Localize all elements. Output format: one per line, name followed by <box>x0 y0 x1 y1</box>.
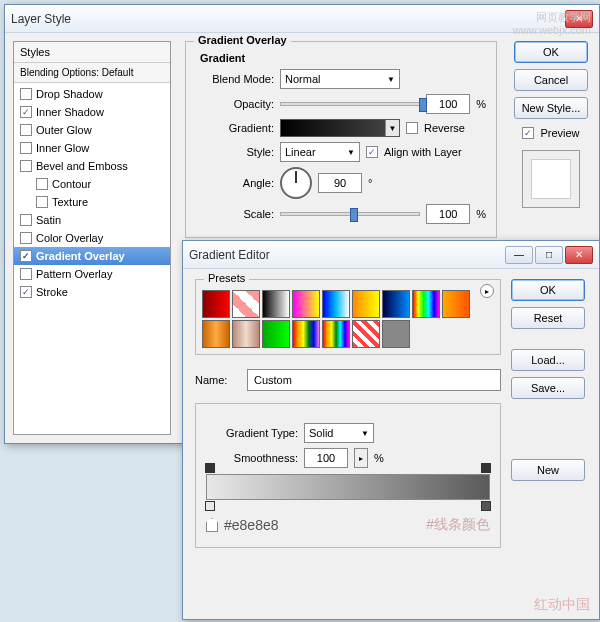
style-checkbox[interactable] <box>20 142 32 154</box>
reset-button[interactable]: Reset <box>511 307 585 329</box>
preset-swatch[interactable] <box>232 290 260 318</box>
align-label: Align with Layer <box>384 146 462 158</box>
minimize-button[interactable]: — <box>505 246 533 264</box>
new-style-button[interactable]: New Style... <box>514 97 588 119</box>
style-item[interactable]: Drop Shadow <box>14 85 170 103</box>
smoothness-value[interactable]: 100 <box>304 448 348 468</box>
style-checkbox[interactable] <box>20 268 32 280</box>
style-item[interactable]: Pattern Overlay <box>14 265 170 283</box>
ok-button[interactable]: OK <box>514 41 588 63</box>
preset-swatch[interactable] <box>202 320 230 348</box>
style-checkbox[interactable] <box>20 232 32 244</box>
hex-left: #e8e8e8 <box>224 517 279 533</box>
chevron-down-icon: ▼ <box>361 429 369 438</box>
style-item[interactable]: Satin <box>14 211 170 229</box>
reverse-checkbox[interactable] <box>406 122 418 134</box>
preset-swatch[interactable] <box>442 290 470 318</box>
gradient-bar[interactable] <box>206 474 490 500</box>
gradient-swatch[interactable]: ▼ <box>280 119 400 137</box>
style-item[interactable]: Gradient Overlay <box>14 247 170 265</box>
style-checkbox[interactable] <box>36 178 48 190</box>
style-item[interactable]: Stroke <box>14 283 170 301</box>
watermark: 网页教学网www.webjx.com <box>513 11 591 37</box>
style-item[interactable]: Bevel and Emboss <box>14 157 170 175</box>
style-checkbox[interactable] <box>20 214 32 226</box>
preset-swatch[interactable] <box>412 290 440 318</box>
style-checkbox[interactable] <box>20 160 32 172</box>
style-label: Inner Glow <box>36 142 89 154</box>
section-title: Gradient Overlay <box>194 34 291 46</box>
gradient-editor-titlebar[interactable]: Gradient Editor — □ ✕ <box>183 241 599 269</box>
style-item[interactable]: Outer Glow <box>14 121 170 139</box>
opacity-stop-left[interactable] <box>205 463 215 473</box>
section-subtitle: Gradient <box>200 52 486 64</box>
opacity-value[interactable]: 100 <box>426 94 470 114</box>
home-stop-icon[interactable] <box>206 518 218 532</box>
gradient-editor-title: Gradient Editor <box>189 248 270 262</box>
styles-header[interactable]: Styles <box>14 42 170 63</box>
presets-menu-icon[interactable]: ▸ <box>480 284 494 298</box>
angle-label: Angle: <box>196 177 274 189</box>
style-checkbox[interactable] <box>20 250 32 262</box>
cancel-button[interactable]: Cancel <box>514 69 588 91</box>
presets-label: Presets <box>204 272 249 284</box>
style-label: Contour <box>52 178 91 190</box>
align-checkbox[interactable] <box>366 146 378 158</box>
preset-swatch[interactable] <box>232 320 260 348</box>
preset-swatch[interactable] <box>352 320 380 348</box>
load-button[interactable]: Load... <box>511 349 585 371</box>
name-input[interactable]: Custom <box>247 369 501 391</box>
opacity-label: Opacity: <box>196 98 274 110</box>
style-checkbox[interactable] <box>36 196 48 208</box>
angle-value[interactable]: 90 <box>318 173 362 193</box>
style-item[interactable]: Inner Shadow <box>14 103 170 121</box>
scale-label: Scale: <box>196 208 274 220</box>
smoothness-stepper[interactable]: ▸ <box>354 448 368 468</box>
style-item[interactable]: Texture <box>14 193 170 211</box>
style-dropdown[interactable]: Linear▼ <box>280 142 360 162</box>
preset-swatch[interactable] <box>322 320 350 348</box>
style-item[interactable]: Color Overlay <box>14 229 170 247</box>
gradient-editor-buttons: OK Reset Load... Save... New <box>511 279 587 609</box>
preset-swatch[interactable] <box>322 290 350 318</box>
scale-value[interactable]: 100 <box>426 204 470 224</box>
style-label: Bevel and Emboss <box>36 160 128 172</box>
preset-swatch[interactable] <box>352 290 380 318</box>
style-checkbox[interactable] <box>20 286 32 298</box>
preset-swatch[interactable] <box>382 290 410 318</box>
opacity-slider[interactable] <box>280 102 420 106</box>
preset-swatch[interactable] <box>382 320 410 348</box>
opacity-stop-right[interactable] <box>481 463 491 473</box>
preset-swatch[interactable] <box>292 320 320 348</box>
color-stop-right[interactable] <box>481 501 491 511</box>
color-stop-left[interactable] <box>205 501 215 511</box>
blending-options[interactable]: Blending Options: Default <box>14 63 170 83</box>
layer-style-titlebar[interactable]: Layer Style ✕ <box>5 5 599 33</box>
preset-swatch[interactable] <box>202 290 230 318</box>
ok-button[interactable]: OK <box>511 279 585 301</box>
watermark-bottom: 红动中国 <box>534 596 590 614</box>
style-checkbox[interactable] <box>20 88 32 100</box>
maximize-button[interactable]: □ <box>535 246 563 264</box>
angle-dial[interactable] <box>280 167 312 199</box>
save-button[interactable]: Save... <box>511 377 585 399</box>
style-checkbox[interactable] <box>20 106 32 118</box>
new-button[interactable]: New <box>511 459 585 481</box>
name-label: Name: <box>195 374 241 386</box>
gradient-type-dropdown[interactable]: Solid▼ <box>304 423 374 443</box>
style-item[interactable]: Contour <box>14 175 170 193</box>
style-checkbox[interactable] <box>20 124 32 136</box>
chevron-down-icon: ▼ <box>347 148 355 157</box>
preview-checkbox[interactable] <box>522 127 534 139</box>
preset-swatch[interactable] <box>262 320 290 348</box>
preset-swatch[interactable] <box>292 290 320 318</box>
style-item[interactable]: Inner Glow <box>14 139 170 157</box>
close-button[interactable]: ✕ <box>565 246 593 264</box>
scale-slider[interactable] <box>280 212 420 216</box>
style-label: Gradient Overlay <box>36 250 125 262</box>
blend-mode-dropdown[interactable]: Normal▼ <box>280 69 400 89</box>
style-label: Texture <box>52 196 88 208</box>
style-label: Satin <box>36 214 61 226</box>
gradient-editor-window: Gradient Editor — □ ✕ Presets ▸ Name: Cu… <box>182 240 600 620</box>
preset-swatch[interactable] <box>262 290 290 318</box>
